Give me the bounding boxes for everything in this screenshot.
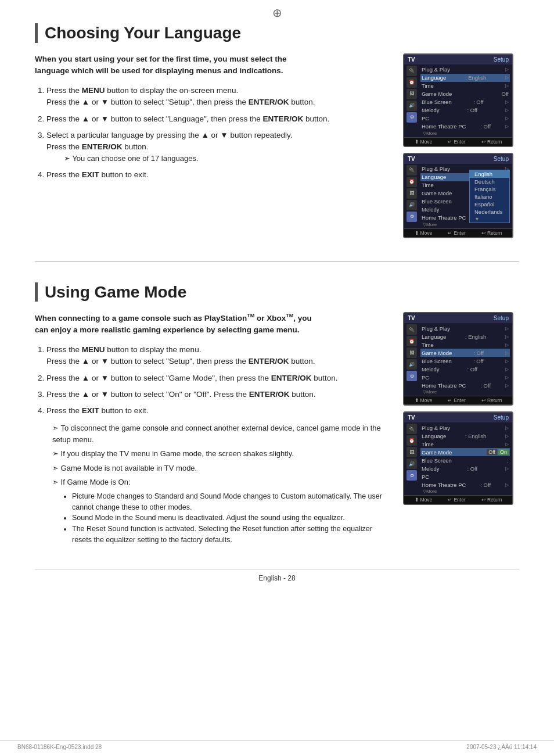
tv-icon-setup-2: ⚙ [406,212,417,222]
footer-left: BN68-01186K-Eng-0523.indd 28 [17,744,102,750]
step-1-3-note: ➣ You can choose one of 17 languages. [64,153,391,164]
tv-more-3: ▽More [420,389,510,395]
note-2-3: ➣ Game Mode is not available in TV mode. [52,463,391,474]
tv-label-4: TV [408,414,415,421]
step-1-4: Press the EXIT button to exit. [46,169,391,181]
tv-row: Time ▷ [420,341,510,349]
tv-icon-sound-2: 🔊 [406,200,417,210]
tv-icon-sound-3: 🔊 [406,359,417,370]
tv-row: Language : English ▷ [420,332,510,341]
tv-left-icons-1: 🔌 ⏰ 🖼 🔊 ⚙ [406,66,418,136]
section-choosing-language: Choosing Your Language When you start us… [35,23,519,262]
section-game-mode: Using Game Mode When connecting to a gam… [35,282,519,546]
dropdown-item-italiano: Italiano [470,193,509,200]
dropdown-item-francais: Français [470,185,509,193]
section1-steps: Press the MENU button to display the on-… [46,85,391,181]
section1-screenshots: TV Setup 🔌 ⏰ 🖼 🔊 ⚙ Plug [403,53,519,238]
tv-label-1: TV [408,56,415,63]
tv-rows-1: Plug & Play ▷ Language : English ▷ Time … [420,66,510,136]
tv-icon-setup-3: ⚙ [406,371,417,381]
step-2-2: Press the ▲ or ▼ button to select "Game … [46,372,391,384]
footer-right: 2007-05-23 ¿ÀÀü 11:14:14 [466,744,537,750]
game-mode-off: Off [487,449,497,455]
tv-row: Home Theatre PC : Off ▷ [420,481,510,489]
note-2-1: ➣ To disconnect the game console and con… [52,422,391,445]
tv-footer-4: ⬆Move ↵Enter ↩Return [404,495,512,504]
tv-content-1: 🔌 ⏰ 🖼 🔊 ⚙ Plug & Play ▷ [404,65,512,137]
sub-note-2-2: Sound Mode in the Sound menu is deactiva… [72,513,391,524]
dropdown-more: ▼ [470,216,509,223]
tv-left-icons-3: 🔌 ⏰ 🖼 🔊 ⚙ [406,324,418,395]
section1-content: When you start using your set for the fi… [35,53,391,238]
tv-left-icons-2: 🔌 ⏰ 🖼 🔊 ⚙ [406,165,418,227]
tv-header-2: TV Setup [404,154,512,164]
sub-note-2-3: The Reset Sound function is activated. S… [72,524,391,546]
tv-row: Plug & Play ▷ [420,66,510,74]
dropdown-item-nederlands: Nederlands [470,208,509,216]
tv-row: Plug & Play ▷ [420,424,510,432]
step-1-2: Press the ▲ or ▼ button to select "Langu… [46,113,391,125]
tv-icon-plug-2: 🔌 [406,165,417,175]
game-mode-on: On [498,449,509,455]
note-2-4: ➣ If Game Mode is On: [52,476,391,488]
footer-bar: BN68-01186K-Eng-0523.indd 28 2007-05-23 … [0,740,554,750]
section2-screenshots: TV Setup 🔌 ⏰ 🖼 🔊 ⚙ Plug [403,312,519,546]
tv-icon-plug-1: 🔌 [406,66,417,76]
tv-setup-label-3: Setup [494,315,509,321]
note-2-2: ➣ If you display the TV menu in Game mod… [52,448,391,460]
tv-content-2: 🔌 ⏰ 🖼 🔊 ⚙ Plug & Play ▷ [404,164,512,228]
tv-icon-setup-1: ⚙ [406,112,417,123]
dropdown-item-espanol: Español [470,200,509,208]
tv-label-2: TV [408,156,415,162]
tv-setup-label-1: Setup [494,56,509,63]
tv-row: Game Mode : Off ▷ [420,349,510,357]
tv-row: Plug & Play ▷ [420,324,510,332]
sub-note-2-1: Picture Mode changes to Standard and Sou… [72,491,391,513]
tv-left-icons-4: 🔌 ⏰ 🖼 🔊 ⚙ [406,424,418,494]
crosshair-icon: ⊕ [272,6,282,20]
tv-row: Melody : Off ▷ [420,365,510,373]
page-number: English - 28 [35,569,519,582]
tv-row: Home Theatre PC : Off ▷ [420,381,510,389]
tv-row: Game Mode Off On [420,448,510,456]
tv-row: Time ▷ [420,440,510,448]
tv-footer-1: ⬆Move ↵Enter ↩Return [404,137,512,146]
tv-label-3: TV [408,315,415,321]
tv-icon-clock-1: ⏰ [406,77,417,88]
step-2-4: Press the EXIT button to exit. [46,405,391,417]
step-1-1: Press the MENU button to display the on-… [46,85,391,109]
tv-icon-clock-4: ⏰ [406,435,417,446]
tv-rows-2: Plug & Play ▷ Language : Time ▷ [420,165,510,227]
tv-row: PC ▷ [420,114,510,123]
section2-content: When connecting to a game console such a… [35,312,391,546]
tv-row: Blue Screen : Off ▷ [420,98,510,106]
tv-row: Time ▷ [420,82,510,90]
tv-row: Blue Screen : [420,456,510,464]
section2-steps: Press the MENU button to display the men… [46,344,391,417]
tv-icon-pic-1: 🖼 [406,89,417,99]
tv-rows-3: Plug & Play ▷ Language : English ▷ Time … [420,324,510,395]
tv-row: Melody : Off ▷ [420,106,510,114]
tv-icon-pic-2: 🖼 [406,188,417,199]
tv-footer-2: ⬆Move ↵Enter ↩Return [404,228,512,237]
section2-intro: When connecting to a game console such a… [35,312,319,336]
tv-setup-label-2: Setup [494,156,509,162]
tv-screenshot-4: TV Setup 🔌 ⏰ 🖼 🔊 ⚙ Plug [403,411,513,505]
tv-header-3: TV Setup [404,313,512,323]
section2-title: Using Game Mode [35,282,519,302]
dropdown-item-deutsch: Deutsch [470,178,509,185]
tv-footer-3: ⬆Move ↵Enter ↩Return [404,396,512,404]
dropdown-item-english: English [470,170,509,178]
tv-icon-plug-4: 🔌 [406,424,417,434]
tv-rows-4: Plug & Play ▷ Language : English ▷ Time … [420,424,510,494]
section1-intro: When you start using your set for the fi… [35,53,319,77]
tv-more-4: ▽More [420,489,510,494]
tv-icon-pic-3: 🖼 [406,347,417,358]
step-2-1: Press the MENU button to display the men… [46,344,391,368]
tv-icon-clock-3: ⏰ [406,336,417,346]
tv-row: Language : English ▷ [420,432,510,440]
tv-icon-sound-4: 🔊 [406,458,417,469]
tv-screenshot-1: TV Setup 🔌 ⏰ 🖼 🔊 ⚙ Plug [403,53,513,147]
tv-row: Language : English ▷ [420,74,510,82]
section1-title: Choosing Your Language [35,23,519,43]
